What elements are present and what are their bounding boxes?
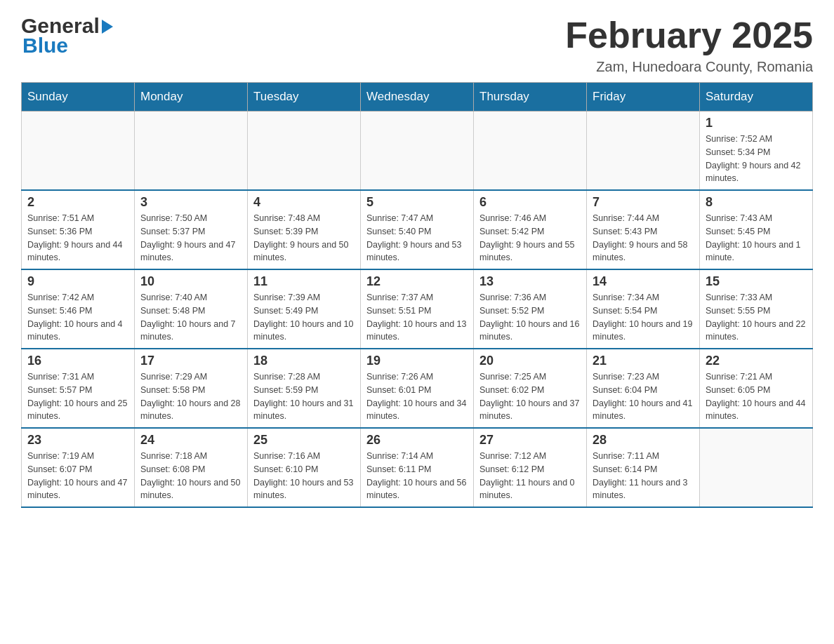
day-number: 3 (140, 195, 241, 210)
calendar-body: 1Sunrise: 7:52 AMSunset: 5:34 PMDaylight… (22, 112, 813, 508)
day-info: Sunrise: 7:33 AMSunset: 5:55 PMDaylight:… (706, 291, 807, 344)
col-saturday: Saturday (700, 83, 813, 112)
day-number: 27 (479, 433, 581, 448)
calendar-cell: 2Sunrise: 7:51 AMSunset: 5:36 PMDaylight… (22, 190, 135, 269)
day-number: 21 (593, 354, 694, 368)
col-sunday: Sunday (22, 83, 135, 112)
day-number: 14 (593, 274, 694, 289)
logo-arrow-icon (102, 18, 116, 35)
day-info: Sunrise: 7:21 AMSunset: 6:05 PMDaylight:… (706, 370, 807, 423)
calendar-cell: 14Sunrise: 7:34 AMSunset: 5:54 PMDayligh… (587, 269, 700, 349)
day-info: Sunrise: 7:39 AMSunset: 5:49 PMDaylight:… (253, 291, 355, 344)
calendar-title: February 2025 (565, 14, 813, 56)
day-info: Sunrise: 7:44 AMSunset: 5:43 PMDaylight:… (593, 212, 694, 264)
calendar-week-3: 9Sunrise: 7:42 AMSunset: 5:46 PMDaylight… (22, 269, 813, 349)
day-info: Sunrise: 7:48 AMSunset: 5:39 PMDaylight:… (253, 212, 355, 264)
day-number: 18 (253, 354, 355, 368)
col-tuesday: Tuesday (248, 83, 361, 112)
day-number: 6 (479, 195, 581, 210)
day-number: 8 (706, 195, 807, 210)
day-info: Sunrise: 7:37 AMSunset: 5:51 PMDaylight:… (366, 291, 468, 344)
calendar-cell (248, 112, 361, 191)
calendar-cell: 3Sunrise: 7:50 AMSunset: 5:37 PMDaylight… (135, 190, 248, 269)
day-number: 22 (706, 354, 807, 368)
day-number: 26 (366, 433, 468, 448)
calendar-cell: 19Sunrise: 7:26 AMSunset: 6:01 PMDayligh… (361, 349, 474, 428)
calendar-week-5: 23Sunrise: 7:19 AMSunset: 6:07 PMDayligh… (22, 428, 813, 507)
day-number: 10 (140, 274, 241, 289)
day-number: 24 (140, 433, 241, 448)
day-info: Sunrise: 7:34 AMSunset: 5:54 PMDaylight:… (593, 291, 694, 344)
col-thursday: Thursday (474, 83, 587, 112)
day-number: 16 (27, 354, 128, 368)
day-info: Sunrise: 7:52 AMSunset: 5:34 PMDaylight:… (706, 133, 807, 185)
calendar-header: Sunday Monday Tuesday Wednesday Thursday… (22, 83, 813, 112)
calendar-cell: 12Sunrise: 7:37 AMSunset: 5:51 PMDayligh… (361, 269, 474, 349)
calendar-week-1: 1Sunrise: 7:52 AMSunset: 5:34 PMDaylight… (22, 112, 813, 191)
logo-blue-text: Blue (22, 34, 68, 57)
col-friday: Friday (587, 83, 700, 112)
day-info: Sunrise: 7:31 AMSunset: 5:57 PMDaylight:… (27, 370, 128, 423)
day-info: Sunrise: 7:50 AMSunset: 5:37 PMDaylight:… (140, 212, 241, 264)
calendar-cell: 26Sunrise: 7:14 AMSunset: 6:11 PMDayligh… (361, 428, 474, 507)
title-area: February 2025 Zam, Hunedoara County, Rom… (565, 14, 813, 75)
calendar-cell: 25Sunrise: 7:16 AMSunset: 6:10 PMDayligh… (248, 428, 361, 507)
day-number: 19 (366, 354, 468, 368)
calendar-cell: 16Sunrise: 7:31 AMSunset: 5:57 PMDayligh… (22, 349, 135, 428)
calendar-cell: 22Sunrise: 7:21 AMSunset: 6:05 PMDayligh… (700, 349, 813, 428)
day-info: Sunrise: 7:28 AMSunset: 5:59 PMDaylight:… (253, 370, 355, 423)
calendar-cell (361, 112, 474, 191)
day-number: 17 (140, 354, 241, 368)
day-number: 9 (27, 274, 128, 289)
calendar-cell: 23Sunrise: 7:19 AMSunset: 6:07 PMDayligh… (22, 428, 135, 507)
calendar-cell: 18Sunrise: 7:28 AMSunset: 5:59 PMDayligh… (248, 349, 361, 428)
day-number: 2 (27, 195, 128, 210)
calendar-cell (474, 112, 587, 191)
day-info: Sunrise: 7:40 AMSunset: 5:48 PMDaylight:… (140, 291, 241, 344)
header-area: General Blue February 2025 Zam, Hunedoar… (21, 14, 813, 75)
day-info: Sunrise: 7:51 AMSunset: 5:36 PMDaylight:… (27, 212, 128, 264)
calendar-cell: 11Sunrise: 7:39 AMSunset: 5:49 PMDayligh… (248, 269, 361, 349)
col-wednesday: Wednesday (361, 83, 474, 112)
day-info: Sunrise: 7:47 AMSunset: 5:40 PMDaylight:… (366, 212, 468, 264)
day-info: Sunrise: 7:18 AMSunset: 6:08 PMDaylight:… (140, 450, 241, 502)
calendar-cell: 8Sunrise: 7:43 AMSunset: 5:45 PMDaylight… (700, 190, 813, 269)
day-info: Sunrise: 7:46 AMSunset: 5:42 PMDaylight:… (479, 212, 581, 264)
calendar-week-2: 2Sunrise: 7:51 AMSunset: 5:36 PMDaylight… (22, 190, 813, 269)
day-number: 12 (366, 274, 468, 289)
calendar-cell: 24Sunrise: 7:18 AMSunset: 6:08 PMDayligh… (135, 428, 248, 507)
day-info: Sunrise: 7:29 AMSunset: 5:58 PMDaylight:… (140, 370, 241, 423)
day-info: Sunrise: 7:43 AMSunset: 5:45 PMDaylight:… (706, 212, 807, 264)
day-number: 1 (706, 116, 807, 130)
calendar-table: Sunday Monday Tuesday Wednesday Thursday… (21, 82, 813, 508)
day-info: Sunrise: 7:14 AMSunset: 6:11 PMDaylight:… (366, 450, 468, 502)
calendar-cell: 15Sunrise: 7:33 AMSunset: 5:55 PMDayligh… (700, 269, 813, 349)
calendar-cell (135, 112, 248, 191)
day-number: 23 (27, 433, 128, 448)
calendar-cell: 6Sunrise: 7:46 AMSunset: 5:42 PMDaylight… (474, 190, 587, 269)
calendar-subtitle: Zam, Hunedoara County, Romania (565, 59, 813, 75)
col-monday: Monday (135, 83, 248, 112)
calendar-cell: 7Sunrise: 7:44 AMSunset: 5:43 PMDaylight… (587, 190, 700, 269)
day-info: Sunrise: 7:11 AMSunset: 6:14 PMDaylight:… (593, 450, 694, 502)
calendar-cell: 17Sunrise: 7:29 AMSunset: 5:58 PMDayligh… (135, 349, 248, 428)
calendar-cell (587, 112, 700, 191)
calendar-week-4: 16Sunrise: 7:31 AMSunset: 5:57 PMDayligh… (22, 349, 813, 428)
calendar-cell: 1Sunrise: 7:52 AMSunset: 5:34 PMDaylight… (700, 112, 813, 191)
day-number: 5 (366, 195, 468, 210)
calendar-cell: 13Sunrise: 7:36 AMSunset: 5:52 PMDayligh… (474, 269, 587, 349)
calendar-cell: 27Sunrise: 7:12 AMSunset: 6:12 PMDayligh… (474, 428, 587, 507)
calendar-cell: 10Sunrise: 7:40 AMSunset: 5:48 PMDayligh… (135, 269, 248, 349)
day-number: 25 (253, 433, 355, 448)
calendar-cell (700, 428, 813, 507)
calendar-cell: 28Sunrise: 7:11 AMSunset: 6:14 PMDayligh… (587, 428, 700, 507)
calendar-cell: 4Sunrise: 7:48 AMSunset: 5:39 PMDaylight… (248, 190, 361, 269)
calendar-cell: 5Sunrise: 7:47 AMSunset: 5:40 PMDaylight… (361, 190, 474, 269)
day-number: 7 (593, 195, 694, 210)
day-info: Sunrise: 7:36 AMSunset: 5:52 PMDaylight:… (479, 291, 581, 344)
logo: General Blue (21, 14, 116, 58)
calendar-cell: 21Sunrise: 7:23 AMSunset: 6:04 PMDayligh… (587, 349, 700, 428)
day-number: 15 (706, 274, 807, 289)
day-info: Sunrise: 7:16 AMSunset: 6:10 PMDaylight:… (253, 450, 355, 502)
weekday-row: Sunday Monday Tuesday Wednesday Thursday… (22, 83, 813, 112)
